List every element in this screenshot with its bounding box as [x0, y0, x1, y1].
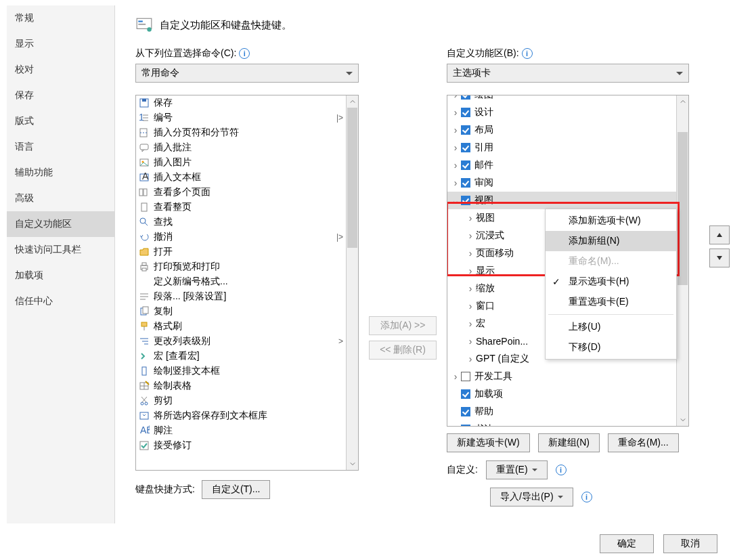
sidebar-item-display[interactable]: 显示 [7, 31, 114, 57]
sidebar-item-qat[interactable]: 快速访问工具栏 [7, 237, 114, 263]
scroll-down-button[interactable] [677, 414, 688, 426]
ribbon-tabs-combo[interactable]: 主选项卡 [447, 64, 689, 83]
caret-icon[interactable]: › [466, 248, 474, 259]
scroll-up-button[interactable] [677, 95, 688, 108]
command-item[interactable]: 复制 [136, 304, 346, 319]
tree-row[interactable]: ›引用 [447, 139, 676, 156]
tree-row[interactable]: 书法 [447, 421, 676, 427]
sidebar-item-layout[interactable]: 版式 [7, 108, 114, 134]
commands-listbox[interactable]: 保存1编号|>插入分页符和分节符插入批注插入图片A插入文本框查看多个页面查看整页… [135, 95, 359, 471]
scroll-thumb[interactable] [678, 132, 688, 285]
move-down-button[interactable] [709, 249, 730, 267]
sidebar-item-customize-ribbon[interactable]: 自定义功能区 [7, 211, 114, 237]
tree-row[interactable]: ›开发工具 [447, 368, 676, 385]
checkbox[interactable] [461, 178, 470, 188]
command-item[interactable]: 定义新编号格式... [136, 274, 346, 289]
cancel-button[interactable]: 取消 [663, 534, 717, 553]
checkbox[interactable] [461, 125, 470, 135]
command-item[interactable]: 插入批注 [136, 140, 346, 155]
context-menu-item[interactable]: ✓显示选项卡(H) [546, 272, 676, 292]
caret-icon[interactable]: › [451, 125, 460, 135]
reset-button[interactable]: 重置(E) [486, 460, 548, 479]
customize-keyboard-button[interactable]: 自定义(T)... [202, 480, 271, 499]
command-item[interactable]: 查看多个页面 [136, 185, 346, 200]
sidebar-item-general[interactable]: 常规 [7, 5, 114, 31]
import-export-button[interactable]: 导入/导出(P) [490, 488, 573, 507]
sidebar-item-advanced[interactable]: 高级 [7, 186, 114, 211]
command-item[interactable]: 格式刷 [136, 319, 346, 334]
move-up-button[interactable] [709, 225, 730, 244]
caret-icon[interactable]: › [451, 107, 460, 118]
caret-icon[interactable]: › [451, 371, 460, 382]
ribbon-tree[interactable]: ›绘图›设计›布局›引用›邮件›审阅⌄视图›视图›沉浸式›页面移动›显示›缩放›… [447, 95, 689, 427]
checkbox[interactable] [461, 389, 470, 399]
scroll-down-button[interactable] [347, 458, 358, 470]
sidebar-item-save[interactable]: 保存 [7, 83, 114, 108]
new-group-button[interactable]: 新建组(N) [538, 433, 600, 452]
checkbox[interactable] [461, 407, 470, 416]
caret-icon[interactable]: › [466, 265, 474, 276]
add-button[interactable]: 添加(A) >> [369, 316, 437, 335]
choose-commands-combo[interactable]: 常用命令 [135, 64, 359, 83]
tree-row[interactable]: ›绘图 [447, 95, 676, 104]
command-item[interactable]: 插入图片 [136, 155, 346, 170]
sidebar-item-language[interactable]: 语言 [7, 134, 114, 160]
command-item[interactable]: 段落... [段落设置] [136, 289, 346, 304]
command-item[interactable]: 保存 [136, 95, 346, 110]
caret-icon[interactable]: › [451, 177, 460, 188]
command-item[interactable]: 查看整页 [136, 200, 346, 215]
sidebar-item-trust[interactable]: 信任中心 [7, 288, 114, 314]
command-item[interactable]: 插入分页符和分节符 [136, 125, 346, 140]
scroll-up-button[interactable] [347, 95, 358, 108]
command-item[interactable]: AB1脚注 [136, 423, 346, 438]
checkbox[interactable] [461, 95, 470, 100]
scrollbar[interactable] [676, 95, 688, 426]
context-menu-item[interactable]: 重置选项卡(E) [546, 292, 676, 312]
command-item[interactable]: 更改列表级别> [136, 334, 346, 349]
rename-button[interactable]: 重命名(M)... [608, 433, 679, 452]
tree-row[interactable]: 加载项 [447, 385, 676, 403]
context-menu-item[interactable]: 添加新组(N) [546, 231, 676, 251]
scroll-thumb[interactable] [347, 108, 357, 248]
sidebar-item-proofing[interactable]: 校对 [7, 57, 114, 83]
command-item[interactable]: 绘制竖排文本框 [136, 364, 346, 379]
remove-button[interactable]: << 删除(R) [369, 341, 437, 360]
info-icon[interactable]: i [581, 492, 592, 502]
checkbox[interactable] [461, 160, 470, 170]
context-menu-item[interactable]: 下移(D) [546, 337, 676, 358]
command-item[interactable]: 剪切 [136, 393, 346, 408]
caret-icon[interactable]: › [451, 142, 460, 153]
new-tab-button[interactable]: 新建选项卡(W) [447, 433, 530, 452]
context-menu-item[interactable]: 上移(U) [546, 317, 676, 337]
command-item[interactable]: 绘制表格 [136, 379, 346, 393]
sidebar-item-addins[interactable]: 加载项 [7, 263, 114, 288]
caret-icon[interactable]: › [466, 336, 474, 347]
tree-row[interactable]: ›布局 [447, 121, 676, 139]
checkbox[interactable] [461, 372, 470, 381]
caret-icon[interactable]: ⌄ [451, 195, 460, 206]
checkbox[interactable] [461, 108, 470, 117]
command-item[interactable]: 打印预览和打印 [136, 259, 346, 274]
caret-icon[interactable]: › [466, 283, 474, 294]
caret-icon[interactable]: › [466, 353, 474, 364]
checkbox[interactable] [461, 196, 470, 205]
scrollbar[interactable] [346, 95, 358, 470]
info-icon[interactable]: i [239, 48, 250, 59]
info-icon[interactable]: i [522, 48, 533, 59]
command-item[interactable]: 打开 [136, 244, 346, 259]
tree-row[interactable]: ⌄视图 [447, 192, 676, 209]
caret-icon[interactable]: › [451, 95, 460, 100]
checkbox[interactable] [461, 425, 470, 427]
command-item[interactable]: 查找 [136, 215, 346, 230]
command-item[interactable]: 接受修订 [136, 438, 346, 453]
caret-icon[interactable]: › [466, 301, 474, 311]
checkbox[interactable] [461, 143, 470, 152]
sidebar-item-accessibility[interactable]: 辅助功能 [7, 160, 114, 186]
info-icon[interactable]: i [556, 465, 567, 475]
context-menu-item[interactable]: 添加新选项卡(W) [546, 211, 676, 231]
command-item[interactable]: 撤消|> [136, 230, 346, 244]
tree-row[interactable]: 帮助 [447, 403, 676, 421]
caret-icon[interactable]: › [466, 318, 474, 329]
command-item[interactable]: 将所选内容保存到文本框库 [136, 408, 346, 423]
tree-row[interactable]: ›审阅 [447, 174, 676, 192]
